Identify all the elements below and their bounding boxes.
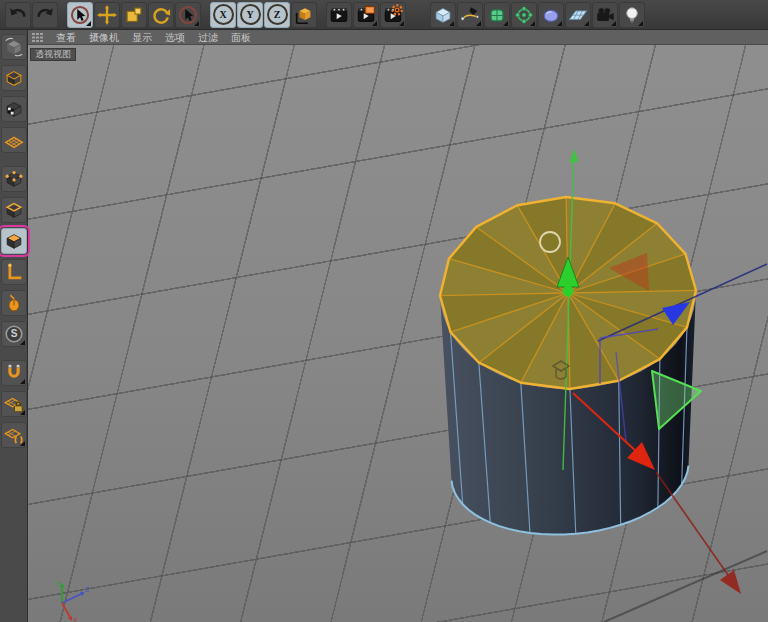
toolbar-separator bbox=[202, 0, 209, 29]
sidebar-button-viewport-solo[interactable]: S bbox=[1, 321, 27, 347]
sidebar-button-snap[interactable] bbox=[1, 360, 27, 386]
toolbar-button-live-selection[interactable] bbox=[67, 2, 93, 28]
toolbar-button-render-picture-viewer[interactable] bbox=[353, 2, 379, 28]
environment-floor-icon bbox=[567, 4, 589, 26]
toolbar-separator bbox=[318, 0, 325, 29]
sidebar-button-model-mode[interactable] bbox=[1, 65, 27, 91]
left-mode-toolbar: S bbox=[0, 30, 28, 622]
move-icon bbox=[96, 4, 118, 26]
sidebar-button-edges-mode[interactable] bbox=[1, 197, 27, 223]
viewport-menu-item[interactable]: 摄像机 bbox=[89, 30, 119, 45]
viewport-menu-item[interactable]: 过滤 bbox=[198, 30, 218, 45]
toolbar-button-lock-x-axis[interactable]: X bbox=[210, 2, 236, 28]
gizmo-center bbox=[563, 286, 574, 297]
gizmo-handle bbox=[569, 149, 579, 163]
toolbar-button-subdivision-surface[interactable] bbox=[484, 2, 510, 28]
last-used-tool-icon bbox=[177, 4, 199, 26]
viewport-menu-item[interactable]: 面板 bbox=[231, 30, 251, 45]
add-primitive-cube-icon bbox=[432, 4, 454, 26]
camera-icon bbox=[594, 4, 616, 26]
triad-axis bbox=[62, 603, 70, 617]
toolbar-button-light[interactable] bbox=[619, 2, 645, 28]
toolbar-separator bbox=[59, 0, 66, 29]
toolbar-button-rotate[interactable] bbox=[148, 2, 174, 28]
subdivision-surface-icon bbox=[486, 4, 508, 26]
application-window: XYZ S 查看摄像机显示选项过滤面板 透视视图 YZX bbox=[0, 0, 768, 622]
toolbar-button-spline-pen[interactable] bbox=[457, 2, 483, 28]
polygons-mode-icon bbox=[3, 230, 25, 252]
viewport-solo-icon: S bbox=[3, 323, 25, 345]
enable-axis-icon bbox=[3, 261, 25, 283]
sidebar-button-workplane-mode[interactable] bbox=[1, 127, 27, 153]
sidebar-button-make-editable[interactable] bbox=[1, 34, 27, 60]
triad-axis bbox=[62, 594, 81, 603]
planar-workplane-icon bbox=[3, 424, 25, 446]
axis-letter: Y bbox=[246, 9, 253, 20]
edges-mode-icon bbox=[3, 199, 25, 221]
toolbar-separator bbox=[407, 0, 429, 29]
undo-icon bbox=[7, 4, 29, 26]
texture-mode-icon bbox=[3, 98, 25, 120]
scale-icon bbox=[123, 4, 145, 26]
points-mode-icon bbox=[3, 168, 25, 190]
toolbar-button-last-used-tool[interactable] bbox=[175, 2, 201, 28]
viewport-menubar: 查看摄像机显示选项过滤面板 bbox=[28, 30, 768, 45]
viewport-menu: 查看摄像机显示选项过滤面板 bbox=[56, 30, 251, 45]
gizmo-axis-line bbox=[656, 472, 728, 575]
axis-letter: Z bbox=[274, 9, 281, 20]
toolbar-button-lock-y-axis[interactable]: Y bbox=[237, 2, 263, 28]
scene-canvas[interactable]: YZX bbox=[28, 30, 768, 622]
viewport-menu-grid-icon[interactable] bbox=[32, 33, 43, 42]
redo-icon bbox=[34, 4, 56, 26]
toolbar-button-render-view[interactable] bbox=[326, 2, 352, 28]
light-icon bbox=[621, 4, 643, 26]
render-settings-icon bbox=[382, 4, 404, 26]
coordinate-system-icon bbox=[293, 4, 315, 26]
toolbar-button-deformer[interactable] bbox=[511, 2, 537, 28]
sidebar-button-tweak-mode[interactable] bbox=[1, 290, 27, 316]
tweak-mode-icon bbox=[3, 292, 25, 314]
toolbar-button-environment-floor[interactable] bbox=[565, 2, 591, 28]
snap-icon bbox=[3, 362, 25, 384]
toolbar-button-scale[interactable] bbox=[121, 2, 147, 28]
sidebar-button-lock-workplane[interactable] bbox=[1, 391, 27, 417]
toolbar-button-redo[interactable] bbox=[32, 2, 58, 28]
triad-label: X bbox=[73, 617, 78, 622]
sidebar-button-points-mode[interactable] bbox=[1, 166, 27, 192]
toolbar-button-lock-z-axis[interactable]: Z bbox=[264, 2, 290, 28]
toolbar-button-render-settings[interactable] bbox=[380, 2, 406, 28]
toolbar-button-move[interactable] bbox=[94, 2, 120, 28]
lock-workplane-icon bbox=[3, 393, 25, 415]
sidebar-button-polygons-mode[interactable] bbox=[1, 228, 27, 254]
viewport-menu-item[interactable]: 查看 bbox=[56, 30, 76, 45]
live-selection-icon bbox=[69, 4, 91, 26]
make-editable-icon bbox=[3, 36, 25, 58]
model-mode-icon bbox=[3, 67, 25, 89]
view-label[interactable]: 透视视图 bbox=[30, 48, 76, 61]
toolbar-button-coordinate-system[interactable] bbox=[291, 2, 317, 28]
viewport[interactable]: 查看摄像机显示选项过滤面板 透视视图 YZX bbox=[28, 30, 768, 622]
triad-label: Z bbox=[85, 586, 90, 593]
toolbar-button-undo[interactable] bbox=[5, 2, 31, 28]
sidebar-button-planar-workplane[interactable] bbox=[1, 422, 27, 448]
deformer-icon bbox=[513, 4, 535, 26]
axis-letter: X bbox=[219, 9, 226, 20]
rotate-icon bbox=[150, 4, 172, 26]
workplane-mode-icon bbox=[3, 129, 25, 151]
toolbar-button-metaball[interactable] bbox=[538, 2, 564, 28]
triad-label: Y bbox=[56, 580, 61, 587]
sidebar-button-texture-mode[interactable] bbox=[1, 96, 27, 122]
toolbar-button-add-primitive-cube[interactable] bbox=[430, 2, 456, 28]
top-toolbar: XYZ bbox=[0, 0, 768, 30]
svg-text:S: S bbox=[10, 328, 17, 339]
viewport-menu-item[interactable]: 显示 bbox=[132, 30, 152, 45]
render-picture-viewer-icon bbox=[355, 4, 377, 26]
spline-pen-icon bbox=[459, 4, 481, 26]
gizmo-handle bbox=[720, 570, 741, 594]
sidebar-button-enable-axis[interactable] bbox=[1, 259, 27, 285]
metaball-icon bbox=[540, 4, 562, 26]
grid-major-line bbox=[604, 551, 767, 622]
toolbar-button-camera[interactable] bbox=[592, 2, 618, 28]
viewport-menu-item[interactable]: 选项 bbox=[165, 30, 185, 45]
render-view-icon bbox=[328, 4, 350, 26]
